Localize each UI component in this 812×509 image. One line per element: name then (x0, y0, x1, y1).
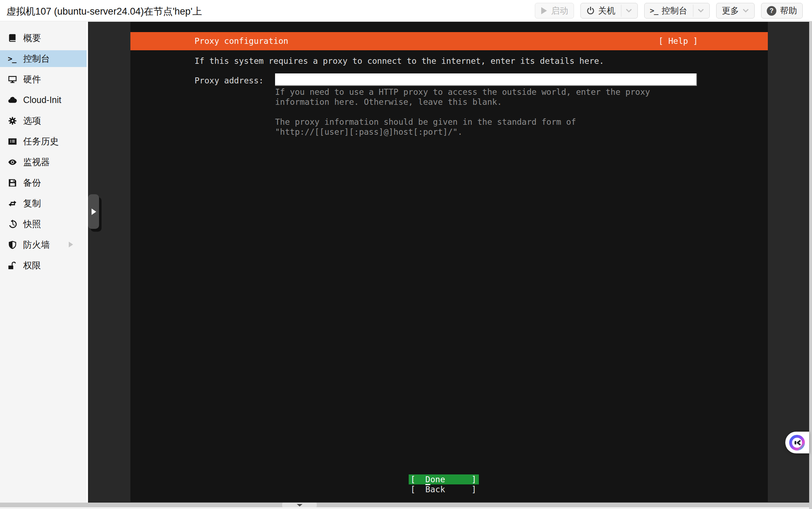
sidebar-item-summary[interactable]: 概要 (0, 30, 87, 46)
proxy-address-input[interactable] (275, 73, 697, 86)
more-button-label: 更多 (722, 5, 739, 16)
bottom-page-edge (0, 507, 809, 509)
unlock-icon (8, 261, 17, 270)
more-button[interactable]: 更多 (716, 3, 755, 19)
snapshot-history-icon (8, 220, 17, 229)
chevron-down-icon[interactable] (698, 9, 704, 13)
help-button-label: 帮助 (780, 5, 797, 16)
assistant-floating-button[interactable] (785, 432, 809, 453)
back-button[interactable]: [ Back ] (409, 484, 479, 494)
chevron-down-icon (297, 504, 302, 507)
sidebar-item-hardware[interactable]: 硬件 (0, 71, 87, 88)
installer-intro-text: If this system requires a proxy to conne… (195, 56, 604, 66)
sidebar-item-cloud-init[interactable]: Cloud-Init (0, 92, 87, 108)
sidebar-item-label: 防火墙 (23, 239, 50, 251)
sidebar-item-label: 控制台 (23, 53, 50, 65)
sidebar-item-options[interactable]: 选项 (0, 112, 87, 129)
bracket: [ (410, 485, 415, 494)
list-icon (8, 137, 17, 146)
chevron-down-icon[interactable] (626, 9, 632, 13)
expand-arrow-icon[interactable] (69, 242, 73, 247)
sidebar-item-label: 快照 (23, 218, 41, 230)
installer-titlebar: Proxy configuration [ Help ] (130, 32, 768, 50)
cloud-icon (8, 96, 17, 105)
proxy-hint-text: If you need to use a HTTP proxy to acces… (275, 87, 650, 107)
console-button-label: 控制台 (662, 5, 687, 16)
book-icon (8, 34, 17, 43)
play-icon (541, 7, 548, 15)
terminal-icon: >_ (8, 55, 17, 63)
bottom-panel-handle[interactable] (282, 503, 317, 507)
sidebar-item-label: 权限 (23, 259, 41, 271)
sidebar-item-monitor[interactable]: 监视器 (0, 154, 87, 170)
floppy-icon (8, 178, 17, 187)
button-divider (693, 5, 693, 17)
chevron-down-icon (743, 9, 749, 13)
done-button[interactable]: [ Done ] (409, 474, 479, 484)
sidebar-item-label: 任务历史 (23, 135, 59, 147)
sidebar-item-label: 备份 (23, 177, 41, 189)
sidebar-item-firewall[interactable]: 防火墙 (0, 236, 87, 253)
back-button-label: Back (425, 485, 445, 494)
sidebar-collapse-handle[interactable] (88, 194, 99, 229)
sidebar-item-label: 复制 (23, 197, 41, 209)
header-bar: 虚拟机107 (ubuntu-server24.04)在节点'hep'上 启动 … (0, 0, 812, 21)
shutdown-button-label: 关机 (598, 5, 615, 16)
terminal-icon: >_ (650, 6, 658, 15)
bracket: [ (410, 475, 415, 484)
sidebar-item-label: 概要 (23, 32, 41, 44)
installer-title: Proxy configuration (195, 36, 288, 46)
sidebar-item-label: 硬件 (23, 73, 41, 85)
bracket: ] (471, 475, 476, 484)
proxy-address-label: Proxy address: (195, 76, 264, 85)
sidebar-item-console[interactable]: >_ 控制台 (0, 50, 87, 67)
desktop-icon (8, 75, 17, 84)
toolbar: 启动 关机 >_ 控制台 更多 ? 帮助 (535, 3, 803, 19)
sidebar-item-task-history[interactable]: 任务历史 (0, 133, 87, 150)
sidebar-item-permissions[interactable]: 权限 (0, 257, 87, 274)
bottom-scrollbar-track[interactable] (0, 503, 809, 507)
start-button-label: 启动 (551, 5, 568, 16)
gear-icon (8, 116, 17, 125)
sidebar-item-backup[interactable]: 备份 (0, 174, 87, 191)
power-icon (586, 6, 595, 15)
installer-help-link[interactable]: [ Help ] (658, 36, 698, 46)
sidebar-item-label: 监视器 (23, 156, 50, 168)
bracket: ] (471, 485, 476, 494)
novnc-container: Proxy configuration [ Help ] If this sys… (88, 22, 809, 503)
page-title: 虚拟机107 (ubuntu-server24.04)在节点'hep'上 (6, 5, 202, 18)
eye-icon (8, 158, 17, 167)
start-button[interactable]: 启动 (535, 3, 574, 19)
shield-icon (8, 240, 17, 250)
sidebar-item-snapshots[interactable]: 快照 (0, 216, 87, 232)
sidebar-item-label: 选项 (23, 115, 41, 127)
arrow-right-icon (92, 209, 96, 215)
robot-face-icon (788, 434, 806, 451)
vm-nav-sidebar: 概要 >_ 控制台 硬件 Cloud-Init 选项 任务历史 监视器 备份 复… (0, 22, 87, 503)
help-button[interactable]: ? 帮助 (761, 3, 803, 19)
button-divider (621, 5, 621, 17)
sidebar-item-label: Cloud-Init (23, 95, 61, 105)
sidebar-item-replication[interactable]: 复制 (0, 195, 87, 212)
vertical-scrollbar[interactable] (809, 0, 812, 509)
question-icon: ? (767, 6, 776, 16)
console-button[interactable]: >_ 控制台 (644, 3, 710, 19)
done-button-label: Done (425, 475, 445, 484)
replication-icon (8, 199, 17, 208)
proxy-format-hint-text: The proxy information should be given in… (275, 117, 576, 137)
vnc-canvas[interactable]: Proxy configuration [ Help ] If this sys… (130, 22, 768, 502)
shutdown-button[interactable]: 关机 (580, 3, 638, 19)
